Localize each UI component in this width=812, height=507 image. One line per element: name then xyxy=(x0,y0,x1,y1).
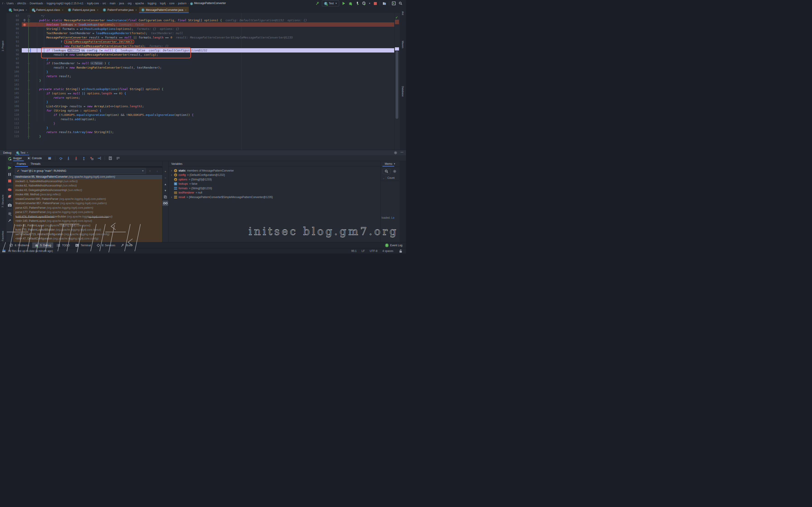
code-text[interactable]: boolean lookups = loadLookups(options); … xyxy=(31,22,394,27)
toolbar-item-terminal[interactable]: Terminal xyxy=(73,242,93,248)
line-number[interactable]: 111 xyxy=(6,117,22,121)
run-to-cursor-icon[interactable] xyxy=(97,156,101,161)
view-options-icon[interactable] xyxy=(116,156,120,161)
frame-row[interactable]: invoke0:-1, NativeMethodAccessorImpl (su… xyxy=(13,179,162,184)
code-text[interactable]: return result; xyxy=(31,74,394,78)
code-text[interactable]: MessagePatternConverter result = formats… xyxy=(31,35,394,40)
line-number[interactable]: 107 xyxy=(6,100,22,104)
frame-row[interactable]: invoke:43, DelegatingMethodAccessorImpl … xyxy=(13,188,162,192)
sidebar-item-database[interactable]: Database xyxy=(401,86,404,97)
breadcrumb-item[interactable]: java xyxy=(119,2,124,5)
breadcrumb-item[interactable]: CMessagePatternConverter xyxy=(190,2,226,5)
code-line[interactable]: 99 result = new RenderingPatternConverte… xyxy=(6,65,394,70)
glasses-icon[interactable] xyxy=(162,201,168,206)
code-line[interactable]: 100 } xyxy=(6,70,394,74)
fold-marker[interactable] xyxy=(27,91,31,96)
code-line[interactable]: 110 if (!LOOKUPS.equalsIgnoreCase(option… xyxy=(6,113,394,117)
error-stripe[interactable]: ✓ xyxy=(394,13,400,150)
line-number[interactable]: 94 xyxy=(6,44,22,48)
build-icon[interactable] xyxy=(315,1,320,6)
close-icon[interactable]: × xyxy=(26,9,27,11)
code-text[interactable]: private static String[] withoutLookupOpt… xyxy=(31,87,394,91)
minimize-icon[interactable]: — xyxy=(401,151,403,155)
variable-row[interactable]: ›pconfig = {DefaultConfiguration@1232} xyxy=(168,173,380,177)
run-config-selector[interactable]: C Test ▼ xyxy=(322,0,339,6)
lock-icon[interactable] xyxy=(398,249,403,253)
close-icon[interactable]: × xyxy=(185,9,187,11)
code-line[interactable]: 112 } xyxy=(6,121,394,126)
breadcrumb-item[interactable]: Users xyxy=(7,2,14,5)
calculator-icon[interactable] xyxy=(108,156,113,161)
load-classes-link[interactable]: Lo xyxy=(391,216,394,219)
tab-console[interactable]: ▶Console xyxy=(26,155,44,161)
line-number[interactable]: 95 xyxy=(6,48,22,53)
variables-tree[interactable]: ›Sstatic members of MessagePatternConver… xyxy=(168,167,380,242)
coverage-button[interactable] xyxy=(355,1,360,6)
plus-icon[interactable]: + xyxy=(163,169,168,174)
line-number[interactable]: 110 xyxy=(6,113,22,117)
code-text[interactable]: TextRenderer textRenderer = loadMessageR… xyxy=(31,31,394,35)
code-text[interactable]: results.add(option); xyxy=(31,117,394,121)
code-text[interactable]: List<String> results = new ArrayList<>(o… xyxy=(31,104,394,108)
code-editor[interactable]: 87 */88@ public static MessagePatternCon… xyxy=(6,13,394,150)
code-text[interactable] xyxy=(31,82,394,87)
frame-row[interactable]: newInstance:95, MessagePatternConverter … xyxy=(13,175,162,179)
code-line[interactable]: 106 return options; xyxy=(6,96,394,100)
debug-session-tab[interactable]: C Test × xyxy=(15,150,29,156)
code-text[interactable]: ? SimpleMessagePatternConverter.INSTANCE xyxy=(31,40,394,44)
expand-chevron-icon[interactable]: › xyxy=(170,169,173,172)
code-text[interactable]: if (options == null || options.length ==… xyxy=(31,91,394,96)
column-count[interactable]: Count xyxy=(388,176,395,179)
breadcrumb-item[interactable]: log4j xyxy=(160,2,166,5)
variable-row[interactable]: 01lookups = false xyxy=(168,182,380,186)
tab-patternformatter-java[interactable]: CPatternFormatter.java× xyxy=(101,7,139,13)
code-text[interactable]: } xyxy=(31,121,394,126)
code-text[interactable]: } xyxy=(31,78,394,82)
status-item[interactable]: LF xyxy=(362,249,365,252)
tri-down-icon[interactable]: ▼ xyxy=(163,188,168,193)
variable-row[interactable]: textRenderer = null xyxy=(168,190,380,195)
frame-row[interactable]: invoke:498, Method (java.lang.reflect) xyxy=(13,192,162,197)
breadcrumb-item[interactable]: src xyxy=(102,2,106,5)
frame-row[interactable]: invoke:62, NativeMethodAccessorImpl (sun… xyxy=(13,183,162,188)
line-number[interactable]: 98 xyxy=(6,61,22,65)
code-line[interactable]: 115 } xyxy=(6,134,394,138)
line-number[interactable]: 115 xyxy=(6,134,22,138)
fold-marker[interactable] xyxy=(27,48,31,53)
frame-row[interactable]: parse:177, PatternParser (org.apache.log… xyxy=(13,210,162,215)
resume-icon[interactable] xyxy=(7,165,12,170)
close-icon[interactable]: × xyxy=(136,9,137,11)
fold-marker[interactable] xyxy=(27,113,31,117)
sidebar-item-maven[interactable]: Maven xyxy=(401,41,404,48)
drop-frame-icon[interactable] xyxy=(89,156,94,161)
code-line[interactable]: 107 } xyxy=(6,100,394,104)
code-text[interactable]: result = new RenderingPatternConverter(r… xyxy=(31,65,394,70)
fold-marker[interactable] xyxy=(27,126,31,130)
frame-row[interactable]: <init>:81, PatternLayout (org.apache.log… xyxy=(13,223,162,228)
fold-marker[interactable] xyxy=(27,100,31,104)
tab-memory[interactable]: Memo▼ xyxy=(380,161,400,167)
stop-button[interactable] xyxy=(373,1,377,6)
mute-breakpoints-icon[interactable] xyxy=(7,194,12,199)
code-text[interactable]: String[] formats = withoutLookupOptions(… xyxy=(31,27,394,31)
line-number[interactable]: 103 xyxy=(6,82,22,87)
fold-marker[interactable] xyxy=(27,61,31,65)
line-number[interactable]: 105 xyxy=(6,91,22,96)
variable-row[interactable]: formats = {String[0]@1233} xyxy=(168,186,380,190)
frame-row[interactable]: parse:420, PatternParser (org.apache.log… xyxy=(13,206,162,210)
breadcrumb-item[interactable]: main xyxy=(110,2,115,5)
step-out-icon[interactable] xyxy=(82,156,86,161)
execution-stripe-mark[interactable] xyxy=(395,47,399,51)
fold-marker[interactable] xyxy=(27,121,31,126)
code-line[interactable]: 113 } xyxy=(6,126,394,130)
line-number[interactable]: 88 xyxy=(6,18,22,22)
frame-row[interactable]: finalizeConverter:657, PatternParser (or… xyxy=(13,201,162,206)
fold-marker[interactable] xyxy=(27,70,31,74)
frame-row[interactable]: <init>:47, DefaultConfiguration (org.apa… xyxy=(13,236,162,241)
sidebar-item-structure[interactable]: 7: Structure xyxy=(1,194,4,208)
code-line[interactable]: 114 return results.toArray(new String[0]… xyxy=(6,130,394,134)
fold-marker[interactable] xyxy=(27,78,31,82)
code-line[interactable]: 87 */ xyxy=(6,14,394,18)
code-line[interactable]: 92 MessagePatternConverter result = form… xyxy=(6,35,394,40)
project-structure-icon[interactable] xyxy=(382,1,387,6)
